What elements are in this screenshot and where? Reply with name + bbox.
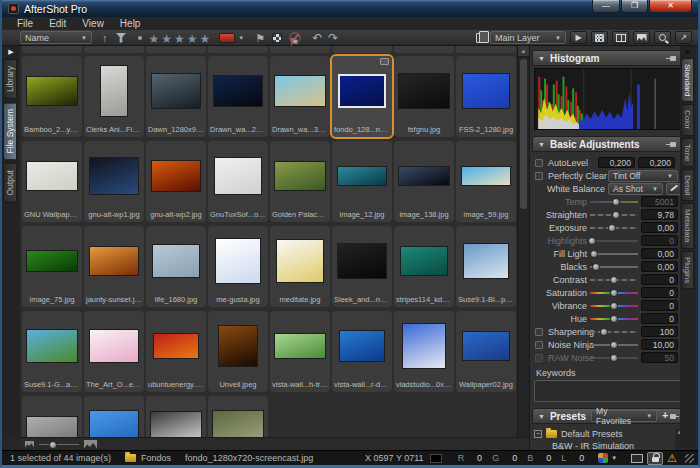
sort-ascending-icon[interactable]: ↑: [102, 31, 108, 45]
thumbnail-cell[interactable]: gnu-alt-wp1.jpg: [84, 141, 144, 222]
filter-icon[interactable]: [116, 33, 127, 43]
slider-handle[interactable]: [610, 315, 618, 323]
value-field[interactable]: 0: [641, 313, 678, 324]
slider-raw-noise[interactable]: [590, 353, 638, 362]
slider-exposure[interactable]: [590, 223, 638, 232]
thumbnail-cell[interactable]: image_75.jpg: [22, 226, 82, 307]
sidebar-tab-library[interactable]: Library: [3, 59, 17, 99]
thumbnail-cell[interactable]: vista-wall...r-dock.jpg: [332, 311, 392, 392]
panel-tab-standard[interactable]: Standard: [681, 58, 694, 102]
close-button[interactable]: ✕: [649, 0, 692, 13]
slider-highlights[interactable]: [590, 236, 638, 245]
value-field[interactable]: 0,00: [641, 261, 678, 272]
layers-icon[interactable]: [476, 33, 485, 43]
panel-tab-metadata[interactable]: Metadata: [681, 203, 694, 248]
star-icon[interactable]: ★: [187, 32, 198, 46]
thumbnail-cell[interactable]: image_59.jpg: [456, 141, 516, 222]
thumbnail-cell[interactable]: meditate.jpg: [270, 226, 330, 307]
slider-handle[interactable]: [49, 441, 57, 449]
thumbnail-cell[interactable]: Sleek_and...nkahn.jpg: [332, 226, 392, 307]
thumbnail-cell[interactable]: jaunty-sunset.jpg: [84, 226, 144, 307]
slider-vibrance[interactable]: [590, 301, 638, 310]
thumbnail-cell[interactable]: vladstudio...0x1024.jpg: [394, 311, 454, 392]
value-field[interactable]: 0: [641, 300, 678, 311]
magnifier-button[interactable]: [654, 31, 671, 44]
panel-tab-detail[interactable]: Detail: [681, 169, 694, 201]
collapse-left-panel-icon[interactable]: ▶: [2, 48, 20, 56]
slider-handle[interactable]: [608, 224, 616, 232]
value-field[interactable]: 0: [641, 287, 678, 298]
thumbnail-cell[interactable]: GnuTuxSof...on-v1.jpg: [208, 141, 268, 222]
lock-button[interactable]: [647, 452, 663, 465]
checkbox-raw-noise[interactable]: [535, 354, 543, 362]
thumbnail-view-button[interactable]: [591, 31, 608, 44]
slider-contrast[interactable]: [590, 275, 638, 284]
menu-item-edit[interactable]: Edit: [42, 18, 73, 29]
slider-saturation[interactable]: [590, 288, 638, 297]
reject-flag-icon[interactable]: [289, 32, 301, 44]
star-icon[interactable]: ★: [161, 32, 172, 46]
value-field[interactable]: 0,200: [598, 157, 635, 168]
layer-select[interactable]: Main Layer ▼: [490, 31, 566, 44]
thumbnail-cell[interactable]: [84, 396, 144, 437]
slider-fill-light[interactable]: [590, 249, 638, 258]
value-field[interactable]: 0: [641, 235, 678, 246]
no-rating-icon[interactable]: [138, 36, 142, 40]
grid-scrollbar[interactable]: ▲: [517, 46, 529, 437]
histogram-section-header[interactable]: ▼ Histogram: [532, 50, 682, 66]
resize-grip[interactable]: [685, 454, 694, 463]
slider-handle[interactable]: [612, 211, 620, 219]
value-field[interactable]: 5001: [641, 196, 678, 207]
color-label-swatch[interactable]: [219, 33, 235, 43]
split-view-button[interactable]: [612, 31, 629, 44]
presets-section-header[interactable]: ▼ Presets My Favorites ▼ +: [532, 408, 682, 424]
checkbox-sharpening[interactable]: [535, 328, 543, 336]
presets-favorites-select[interactable]: My Favorites ▼: [591, 410, 657, 422]
menu-item-file[interactable]: File: [10, 18, 40, 29]
folder-name[interactable]: Fondos: [141, 453, 171, 463]
pin-icon[interactable]: [674, 412, 676, 420]
collapse-node-icon[interactable]: −: [534, 430, 542, 438]
slider-blacks[interactable]: [590, 262, 638, 271]
fullscreen-button[interactable]: ↗: [675, 31, 692, 44]
slider-handle[interactable]: [592, 263, 600, 271]
value-field[interactable]: 0,00: [641, 222, 678, 233]
thumbnail-cell[interactable]: The_Art_O...eFear.jpg: [84, 311, 144, 392]
value-field[interactable]: 0,00: [641, 248, 678, 259]
thumbnail-cell[interactable]: Bamboo_2...ysha.jpg: [22, 56, 82, 137]
slideshow-button[interactable]: ▶: [570, 31, 587, 44]
maximize-button[interactable]: ❐: [621, 0, 648, 13]
basic-adjustments-section-header[interactable]: ▼ Basic Adjustments: [532, 136, 682, 152]
thumbnail-cell[interactable]: Clerks Ani...Figure.jpg: [84, 56, 144, 137]
value-field[interactable]: 0,200: [638, 157, 675, 168]
thumbnail-cell[interactable]: FSS-2_1280.jpg: [456, 56, 516, 137]
panel-tab-tone[interactable]: Tone: [681, 138, 694, 167]
color-profile-icon[interactable]: [598, 453, 608, 463]
star-icon[interactable]: ★: [174, 32, 185, 46]
value-field[interactable]: 100: [641, 326, 678, 337]
slider-temp[interactable]: [590, 197, 638, 206]
rotate-right-icon[interactable]: ↷: [328, 31, 338, 45]
thumbnail-cell[interactable]: Suse9.1-Bl...papers.jpg: [456, 226, 516, 307]
sidebar-tab-output[interactable]: Output: [3, 163, 17, 203]
slider-straighten[interactable]: [590, 210, 638, 219]
thumbnail-cell[interactable]: me-gusta.jpg: [208, 226, 268, 307]
checkbox-autolevel[interactable]: [535, 159, 543, 167]
thumbnail-cell[interactable]: image_138.jpg: [394, 141, 454, 222]
slider-handle[interactable]: [610, 289, 618, 297]
sidebar-tab-file-system[interactable]: File System: [3, 102, 17, 160]
thumbnail-cell[interactable]: GNU Wallpaper 2.jpg: [22, 141, 82, 222]
scrollbar-thumb[interactable]: [520, 59, 527, 209]
warning-icon[interactable]: ⚠: [667, 452, 677, 465]
slider-handle[interactable]: [610, 341, 618, 349]
thumbnail-cell[interactable]: [22, 396, 82, 437]
slider-handle[interactable]: [610, 276, 618, 284]
white-balance-select[interactable]: As Shot▼: [608, 183, 663, 195]
dual-monitor-icon[interactable]: [631, 454, 643, 463]
checkbox-perfectly-clear[interactable]: [535, 172, 543, 180]
thumbnail-size-slider[interactable]: [39, 440, 79, 449]
sort-by-select[interactable]: Name ▼: [20, 31, 92, 44]
chevron-down-icon[interactable]: ▼: [611, 455, 617, 461]
slider-handle[interactable]: [600, 328, 608, 336]
slider-handle[interactable]: [612, 198, 620, 206]
